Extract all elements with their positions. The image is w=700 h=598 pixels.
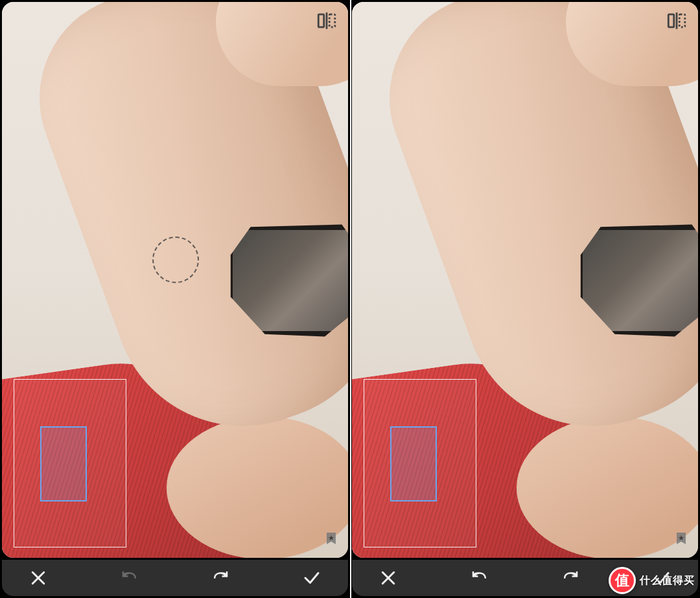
svg-rect-8 xyxy=(679,14,685,27)
navigator-viewport-rect[interactable] xyxy=(390,426,437,501)
editor-pane-left xyxy=(0,0,350,598)
canvas[interactable] xyxy=(2,2,348,558)
toolbar xyxy=(2,560,348,596)
confirm-button[interactable] xyxy=(648,564,676,592)
cancel-button[interactable] xyxy=(374,564,402,592)
cancel-button[interactable] xyxy=(24,564,52,592)
navigator-overview[interactable] xyxy=(364,379,476,547)
svg-rect-6 xyxy=(668,14,674,27)
compare-icon[interactable] xyxy=(316,10,338,34)
svg-rect-0 xyxy=(318,14,324,27)
redo-button[interactable] xyxy=(206,564,235,592)
confirm-button[interactable] xyxy=(298,564,326,592)
undo-button[interactable] xyxy=(465,564,494,592)
svg-rect-2 xyxy=(329,14,335,27)
editor-pane-right xyxy=(350,0,700,598)
bookmark-star-icon[interactable] xyxy=(323,531,339,549)
toolbar xyxy=(352,560,698,596)
pane-divider xyxy=(350,0,351,598)
compare-icon[interactable] xyxy=(666,10,688,34)
canvas[interactable] xyxy=(352,2,698,558)
bookmark-star-icon[interactable] xyxy=(673,531,689,549)
redo-button[interactable] xyxy=(556,564,585,592)
navigator-viewport-rect[interactable] xyxy=(40,426,87,501)
navigator-overview[interactable] xyxy=(14,379,126,547)
undo-button[interactable] xyxy=(115,564,144,592)
